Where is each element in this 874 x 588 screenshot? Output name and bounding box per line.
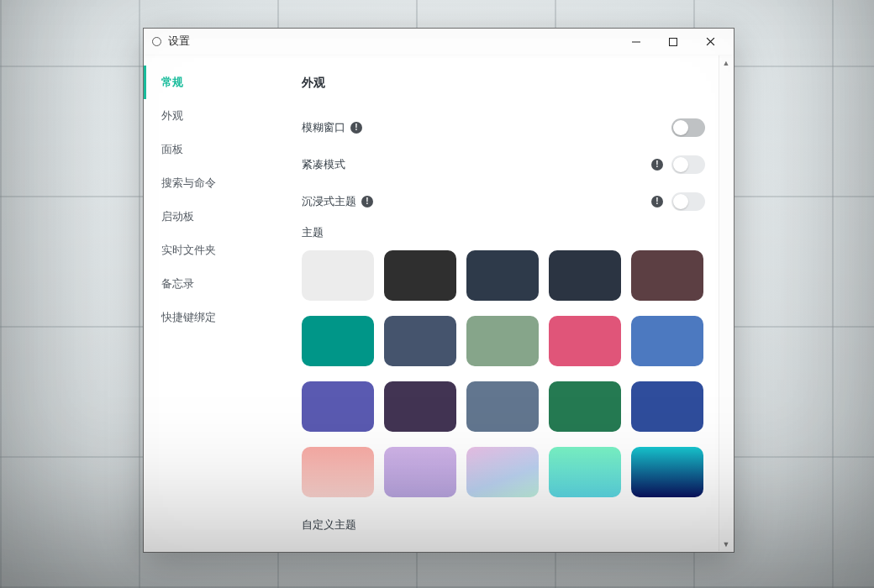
theme-swatch-light[interactable] — [302, 250, 374, 301]
settings-window: 设置 常规 外观 面板 搜索与命令 启动板 实时文件 — [143, 28, 734, 553]
window-controls — [618, 30, 729, 54]
desktop-wallpaper: 设置 常规 外观 面板 搜索与命令 启动板 实时文件 — [0, 0, 874, 588]
theme-swatch-teal[interactable] — [302, 316, 374, 366]
row-compact-mode: 紧凑模式 — [302, 146, 705, 183]
info-icon[interactable] — [651, 196, 663, 207]
label-blur-window: 模糊窗口 — [302, 120, 345, 135]
info-icon[interactable] — [350, 122, 362, 134]
sidebar-item-livefolder[interactable]: 实时文件夹 — [144, 234, 292, 267]
settings-sidebar: 常规 外观 面板 搜索与命令 启动板 实时文件夹 备忘录 快捷键绑定 — [144, 55, 292, 552]
theme-swatch-grad-blush[interactable] — [302, 447, 374, 497]
sidebar-item-panels[interactable]: 面板 — [144, 133, 292, 166]
theme-swatch-grad-ocean[interactable] — [631, 447, 703, 497]
theme-swatch-forest[interactable] — [549, 381, 621, 432]
titlebar[interactable]: 设置 — [144, 29, 734, 55]
theme-swatch-grad-pastel[interactable] — [466, 447, 539, 497]
sidebar-item-search[interactable]: 搜索与命令 — [144, 166, 292, 200]
svg-rect-0 — [670, 38, 677, 45]
close-button[interactable] — [692, 30, 729, 54]
sidebar-item-launchpad[interactable]: 启动板 — [144, 200, 292, 234]
theme-swatch-pink[interactable] — [549, 316, 621, 366]
row-immersive-theme: 沉浸式主题 — [302, 183, 705, 220]
label-theme: 主题 — [302, 225, 705, 240]
sidebar-item-appearance[interactable]: 外观 — [144, 99, 292, 133]
toggle-compact-mode[interactable] — [671, 155, 705, 174]
theme-swatch-maroon[interactable] — [631, 250, 703, 301]
maximize-button[interactable] — [655, 30, 692, 54]
toggle-immersive-theme[interactable] — [671, 192, 705, 211]
theme-swatch-navy-dark[interactable] — [549, 250, 621, 301]
theme-swatch-grad-mint[interactable] — [549, 447, 621, 497]
theme-swatch-steel[interactable] — [466, 381, 539, 432]
theme-swatch-azure[interactable] — [631, 316, 703, 366]
theme-swatch-sage[interactable] — [466, 316, 539, 366]
theme-swatch-slate-blue[interactable] — [384, 316, 456, 366]
theme-swatch-plum[interactable] — [384, 381, 456, 432]
theme-swatch-indigo[interactable] — [302, 381, 374, 432]
sidebar-item-general[interactable]: 常规 — [144, 66, 292, 99]
theme-swatch-grad-lilac[interactable] — [384, 447, 456, 497]
sidebar-item-hotkeys[interactable]: 快捷键绑定 — [144, 301, 292, 334]
label-custom-theme: 自定义主题 — [302, 517, 705, 533]
toggle-blur-window[interactable] — [671, 118, 705, 137]
scroll-track[interactable] — [719, 70, 733, 537]
window-title: 设置 — [168, 34, 190, 49]
theme-swatch-charcoal[interactable] — [384, 250, 456, 301]
sidebar-item-memo[interactable]: 备忘录 — [144, 267, 292, 301]
theme-swatch-slate-navy[interactable] — [466, 250, 539, 301]
app-icon — [152, 37, 161, 46]
info-icon[interactable] — [651, 159, 663, 171]
section-title-appearance: 外观 — [302, 76, 705, 91]
row-blur-window: 模糊窗口 — [302, 109, 705, 146]
scroll-down-arrow[interactable]: ▼ — [719, 537, 733, 551]
label-compact-mode: 紧凑模式 — [302, 157, 345, 172]
info-icon[interactable] — [361, 196, 373, 207]
settings-content[interactable]: 外观 模糊窗口 紧凑模式 — [292, 55, 724, 552]
window-scrollbar[interactable]: ▲ ▼ — [719, 55, 733, 551]
minimize-button[interactable] — [618, 30, 655, 54]
scroll-up-arrow[interactable]: ▲ — [719, 55, 733, 70]
theme-swatch-royal[interactable] — [631, 381, 703, 432]
theme-swatch-grid — [302, 250, 705, 497]
label-immersive-theme: 沉浸式主题 — [302, 194, 356, 209]
